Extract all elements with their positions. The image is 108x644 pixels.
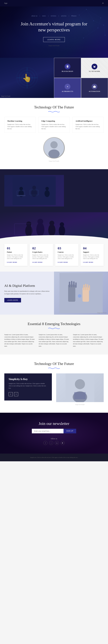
- hero-nav: about us | news | reviews | articles | #…: [31, 15, 77, 17]
- svg-rect-56: [73, 281, 75, 287]
- menu-icon[interactable]: ≡: [102, 2, 104, 5]
- svg-point-43: [25, 225, 32, 236]
- emerging-wave: [4, 328, 104, 329]
- num-4-text: Sample text. Click to select the text bo…: [83, 254, 101, 260]
- num-card-1: 01 Future Sample text. Click to select t…: [4, 244, 28, 266]
- num-3-number: 03: [58, 246, 76, 250]
- svg-line-1: [98, 18, 101, 28]
- nav-articles[interactable]: articles: [61, 15, 67, 17]
- hero-image-credit: Images from Freepik: [48, 45, 59, 46]
- num-1-text: Sample text. Click to select the text bo…: [7, 254, 25, 260]
- 5g-icon: [92, 64, 97, 70]
- ec-text: Sample text. Click to select the text bo…: [41, 123, 67, 130]
- footer-text: Sample text. Click to select the text bo…: [4, 456, 104, 458]
- tech-future-title: Technology Of The Future: [4, 105, 104, 110]
- youtube-icon[interactable]: ▶: [61, 441, 65, 445]
- feature-cards: Machine Learning Sample text. Click to s…: [4, 117, 104, 133]
- svg-rect-55: [71, 281, 72, 287]
- num-3-title: Courses: [58, 251, 76, 253]
- social-icons: f t in ▶: [4, 441, 104, 445]
- svg-point-12: [103, 25, 104, 26]
- facebook-icon[interactable]: f: [43, 441, 47, 445]
- num-4-number: 04: [83, 246, 101, 250]
- svg-point-48: [49, 221, 54, 226]
- emerging-text-1: Sample text. Lorem ipsum dolor sit amet,…: [4, 334, 35, 347]
- center-image: [4, 137, 104, 158]
- svg-line-0: [86, 9, 101, 18]
- num-3-text: Sample text. Click to select the text bo…: [58, 254, 76, 260]
- blockchain-label: BLOCKCHAIN: [62, 70, 73, 72]
- future2-inner: Simplicity Is Key Sample text. Click to …: [4, 374, 104, 406]
- hero-title: Join Accenture's virtual program for new…: [18, 21, 90, 33]
- svg-point-44: [26, 222, 31, 226]
- svg-rect-62: [89, 285, 90, 291]
- svg-point-9: [100, 18, 101, 18]
- twitter-icon[interactable]: t: [49, 441, 53, 445]
- future2-wave: [4, 368, 104, 369]
- linkedin-icon[interactable]: in: [55, 441, 59, 445]
- dark-people-section: [0, 169, 108, 212]
- num-4-link[interactable]: LEARN MORE: [83, 262, 93, 263]
- ai-left-panel: AI & Digital Platform Duis aute irure do…: [0, 272, 54, 314]
- dark-people-image: [4, 175, 64, 206]
- num-2-number: 02: [32, 246, 50, 250]
- follow-us-label: follow us: [4, 438, 104, 440]
- nav-news[interactable]: news: [42, 15, 46, 17]
- svg-rect-59: [83, 284, 85, 290]
- num-4-title: Support: [83, 251, 101, 253]
- simplicity-title: Simplicity Is Key: [9, 378, 47, 381]
- newsletter-email-input[interactable]: [32, 429, 64, 433]
- tech-card-ai: AI PRODUCTS: [54, 78, 81, 98]
- svg-point-50: [60, 222, 64, 226]
- svg-rect-57: [75, 282, 77, 288]
- num-3-link[interactable]: LEARN MORE: [58, 262, 68, 263]
- svg-point-15: [83, 38, 84, 38]
- svg-point-36: [32, 186, 36, 190]
- newsletter-form: SIGN UP: [4, 429, 104, 433]
- person-image-credit: Image from Freepik: [49, 160, 59, 162]
- numbered-cards-grid: 01 Future Sample text. Click to select t…: [0, 241, 108, 272]
- technology-future-section: Technology Of The Future Machine Learnin…: [0, 98, 108, 169]
- next-arrow[interactable]: >: [14, 392, 18, 396]
- ai-platform-title: AI & Digital Platform: [4, 284, 50, 288]
- numbered-top-image: Photo by Freepik: [0, 212, 108, 241]
- numbered-section: Photo by Freepik 01 Future Sample text. …: [0, 212, 108, 272]
- num-card-2: 02 Crypto basics Sample text. Click to s…: [30, 244, 53, 266]
- svg-point-29: [50, 141, 58, 148]
- num-1-number: 01: [7, 246, 25, 250]
- num-2-link[interactable]: LEARN MORE: [32, 262, 43, 263]
- nav-separator2: |: [48, 15, 49, 17]
- future2-person-image: [56, 374, 104, 402]
- tech-future2-title: Technology Of The Future: [4, 362, 104, 366]
- simplicity-card: Simplicity Is Key Sample text. Click to …: [4, 374, 52, 400]
- num-card-4: 04 Support Sample text. Click to select …: [80, 244, 104, 266]
- svg-point-49: [59, 226, 65, 236]
- nav-about[interactable]: about us: [31, 15, 37, 17]
- emerging-col-2: Sample text. Lorem ipsum dolor sit amet,…: [39, 334, 69, 347]
- num-2-title: Crypto basics: [32, 251, 50, 253]
- nav-reviews[interactable]: reviews: [51, 15, 56, 17]
- svg-rect-34: [17, 195, 25, 196]
- tech-image-credit: Image from Freepik: [1, 96, 10, 97]
- 5g-label: 5G NETWORK: [89, 70, 100, 72]
- svg-point-65: [75, 379, 85, 389]
- emerging-text-2: Sample text. Lorem ipsum dolor sit amet,…: [39, 334, 69, 347]
- emerging-text-3: Sample text. Lorem ipsum dolor sit amet,…: [73, 334, 104, 347]
- emerging-col-3: Sample text. Lorem ipsum dolor sit amet,…: [73, 334, 104, 347]
- svg-rect-54: [69, 282, 70, 287]
- ai-image-credit: Image from Freepik: [97, 312, 106, 314]
- ai-feat-title: Artificial Intelligence: [75, 120, 101, 122]
- svg-point-33: [19, 187, 23, 190]
- nav-separator4: |: [69, 15, 70, 17]
- ai-cta-button[interactable]: LEARN MORE: [4, 298, 21, 302]
- prev-arrow[interactable]: <: [9, 392, 13, 396]
- newsletter-signup-button[interactable]: SIGN UP: [64, 429, 76, 433]
- num-1-link[interactable]: LEARN MORE: [7, 262, 17, 263]
- future2-image-credit: Image from Freepik: [75, 404, 85, 405]
- nav-future[interactable]: #future: [71, 15, 77, 17]
- footer: Sample text. Click to select the text bo…: [0, 454, 108, 461]
- feature-card-ec: Edge Computing Sample text. Click to sel…: [38, 117, 70, 133]
- future2-right: Image from Freepik: [56, 374, 104, 406]
- emerging-columns: Sample text. Lorem ipsum dolor sit amet,…: [4, 334, 104, 347]
- hero-cta-button[interactable]: LEARN MORE: [43, 37, 65, 42]
